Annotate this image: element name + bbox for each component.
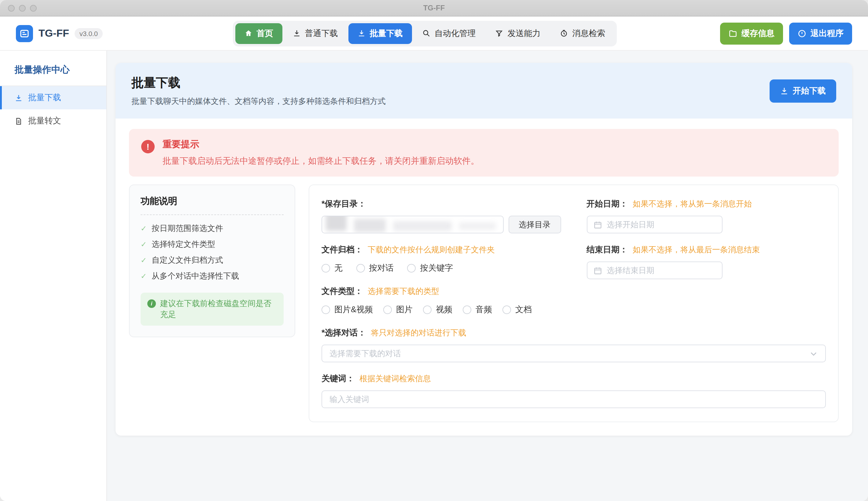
dialog-select-hint: 将只对选择的对话进行下载 — [371, 328, 466, 339]
form-grid: *保存目录： 选择目录 — [321, 195, 826, 317]
form-left-column: *保存目录： 选择目录 — [321, 195, 561, 317]
end-date-input[interactable]: 选择结束日期 — [586, 262, 722, 279]
nav-tab-send[interactable]: 发送能力 — [486, 23, 550, 44]
batch-download-card: 批量下载 批量下载聊天中的媒体文件、文档等内容，支持多种筛选条件和归档方式 开始… — [116, 63, 852, 436]
titlebar: TG-FF — [0, 0, 868, 17]
radio-option-by-dialog[interactable]: 按对话 — [356, 263, 394, 274]
start-download-button[interactable]: 开始下载 — [770, 79, 836, 102]
check-icon — [140, 221, 147, 236]
radio-icon — [463, 306, 471, 314]
redacted-path — [459, 222, 496, 230]
radio-icon — [321, 264, 330, 273]
choose-directory-button[interactable]: 选择目录 — [508, 216, 561, 233]
chevron-down-icon — [809, 349, 818, 358]
exit-button[interactable]: 退出程序 — [789, 22, 852, 44]
archive-label: 文件归档： 下载的文件按什么规则创建子文件夹 — [321, 244, 561, 255]
feature-item: 选择特定文件类型 — [140, 236, 284, 252]
feature-title: 功能说明 — [140, 195, 284, 207]
radio-option-video[interactable]: 视频 — [423, 304, 452, 315]
nav-tab-home[interactable]: 首页 — [235, 23, 283, 44]
info-icon — [147, 299, 156, 308]
save-directory-row: 选择目录 — [321, 216, 561, 233]
main-nav: 首页 普通下载 批量下载 自动化管理 发送能力 消息检索 — [233, 20, 617, 46]
nav-tab-label: 首页 — [257, 28, 273, 39]
nav-tab-message-search[interactable]: 消息检索 — [551, 23, 615, 44]
start-date-input[interactable]: 选择开始日期 — [586, 216, 722, 233]
cache-info-label: 缓存信息 — [741, 28, 774, 39]
radio-option-photo[interactable]: 图片 — [383, 304, 413, 315]
nav-tab-label: 自动化管理 — [435, 28, 476, 39]
check-icon — [140, 236, 147, 252]
columns: 功能说明 按日期范围筛选文件 选择特定文件类型 自定义文件归档方式 从多个对话中… — [129, 184, 839, 422]
brand-name: TG-FF — [39, 27, 69, 40]
start-date-placeholder: 选择开始日期 — [607, 219, 654, 230]
redacted-path — [393, 221, 452, 231]
start-download-label: 开始下载 — [793, 85, 826, 96]
keyword-label: 关键词： 根据关键词检索信息 — [321, 373, 826, 384]
nav-tab-label: 消息检索 — [572, 28, 605, 39]
radio-icon — [407, 264, 416, 273]
filter-icon — [495, 29, 504, 37]
feature-item-label: 按日期范围筛选文件 — [151, 221, 223, 236]
version-badge: v3.0.0 — [75, 28, 103, 39]
download-icon — [358, 29, 366, 37]
card-body: 重要提示 批量下载启动后无法中途暂停或停止，如需终止下载任务，请关闭并重新启动软… — [116, 118, 852, 436]
exit-label: 退出程序 — [811, 28, 844, 39]
check-icon — [140, 252, 147, 268]
keyword-input[interactable] — [321, 391, 826, 408]
warning-message: 批量下载启动后无法中途暂停或停止，如需终止下载任务，请关闭并重新启动软件。 — [162, 156, 479, 167]
radio-icon — [383, 306, 392, 314]
main-content: 批量下载 批量下载聊天中的媒体文件、文档等内容，支持多种筛选条件和归档方式 开始… — [107, 51, 868, 501]
feature-item-label: 自定义文件归档方式 — [151, 252, 223, 268]
app-window: TG-FF TG-FF v3.0.0 首页 普通下载 批量下载 — [0, 0, 868, 501]
end-date-placeholder: 选择结束日期 — [607, 265, 654, 276]
dialog-select[interactable]: 选择需要下载的对话 — [321, 344, 826, 362]
search-icon — [422, 29, 430, 37]
archive-radio-group: 无 按对话 按关键字 — [321, 262, 561, 275]
calendar-icon — [593, 220, 602, 229]
content-row: 批量操作中心 批量下载 批量转文 批量下载 批量下载聊天中的媒体文件、文档等内容… — [0, 51, 868, 501]
check-icon — [140, 268, 147, 284]
radio-option-none[interactable]: 无 — [321, 263, 342, 274]
nav-tab-normal-download[interactable]: 普通下载 — [284, 23, 347, 44]
nav-tab-automation[interactable]: 自动化管理 — [413, 23, 485, 44]
nav-tab-label: 批量下载 — [370, 28, 403, 39]
dialog-select-label: *选择对话： 将只对选择的对话进行下载 — [321, 328, 826, 339]
app-header: TG-FF v3.0.0 首页 普通下载 批量下载 自动化管理 发送能 — [0, 17, 868, 51]
radio-icon — [356, 264, 364, 273]
dialog-select-placeholder: 选择需要下载的对话 — [329, 348, 401, 359]
save-directory-input[interactable] — [321, 216, 504, 233]
sidebar-item-label: 批量转文 — [28, 116, 61, 127]
warning-title: 重要提示 — [162, 139, 479, 150]
document-icon — [15, 117, 23, 125]
page-header-band: 批量下载 批量下载聊天中的媒体文件、文档等内容，支持多种筛选条件和归档方式 开始… — [116, 63, 852, 118]
exclamation-circle-icon — [798, 29, 806, 38]
radio-option-document[interactable]: 文档 — [502, 304, 532, 315]
feature-item: 从多个对话中选择性下载 — [140, 268, 284, 284]
sidebar-item-batch-download[interactable]: 批量下载 — [0, 86, 106, 109]
brand: TG-FF v3.0.0 — [16, 25, 138, 42]
nav-tab-batch-download[interactable]: 批量下载 — [348, 23, 412, 44]
end-date-label: 结束日期： 如果不选择，将从最后一条消息结束 — [586, 244, 826, 255]
end-date-hint: 如果不选择，将从最后一条消息结束 — [633, 244, 760, 255]
radio-option-audio[interactable]: 音频 — [463, 304, 492, 315]
start-date-hint: 如果不选择，将从第一条消息开始 — [633, 199, 752, 210]
warning-text: 重要提示 批量下载启动后无法中途暂停或停止，如需终止下载任务，请关闭并重新启动软… — [162, 139, 479, 167]
radio-icon — [321, 306, 330, 314]
window-title: TG-FF — [0, 4, 868, 12]
feature-item-label: 从多个对话中选择性下载 — [151, 268, 239, 284]
radio-option-by-keyword[interactable]: 按关键字 — [407, 263, 453, 274]
sidebar: 批量操作中心 批量下载 批量转文 — [0, 51, 107, 501]
radio-icon — [502, 306, 511, 314]
radio-icon — [423, 306, 432, 314]
calendar-icon — [593, 266, 602, 275]
warning-icon — [141, 140, 155, 153]
radio-option-photo-video[interactable]: 图片&视频 — [321, 304, 373, 315]
folder-icon — [729, 29, 737, 38]
nav-tab-label: 发送能力 — [508, 28, 541, 39]
file-type-label: 文件类型： 选择需要下载的类型 — [321, 286, 561, 297]
file-type-hint: 选择需要下载的类型 — [368, 286, 439, 297]
cache-info-button[interactable]: 缓存信息 — [720, 22, 783, 44]
sidebar-item-batch-transcribe[interactable]: 批量转文 — [0, 109, 106, 132]
redacted-path — [326, 216, 347, 231]
